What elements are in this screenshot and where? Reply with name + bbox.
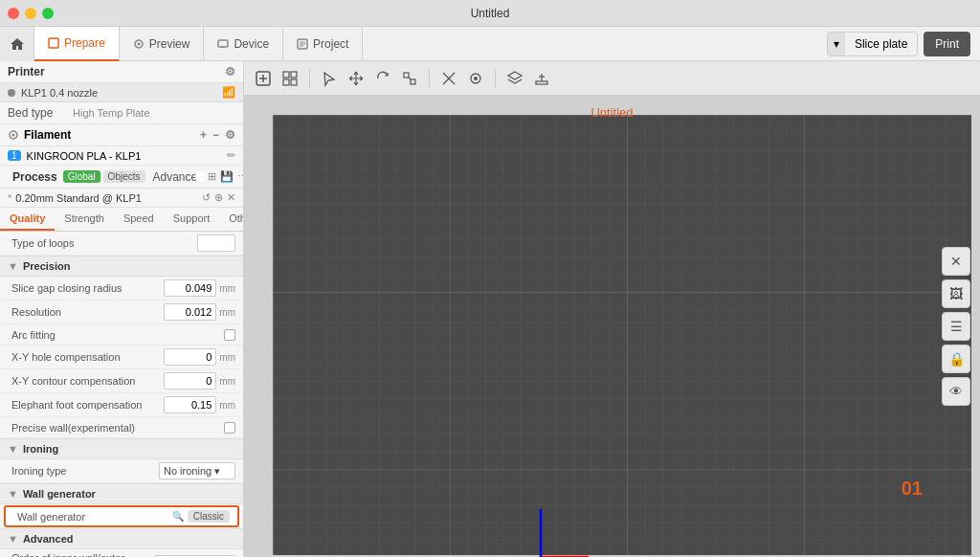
profile-refresh-icon[interactable]: ↺ [202,191,211,204]
tag-global[interactable]: Global [63,170,100,183]
toolbar-move-icon[interactable] [345,67,368,90]
printer-label: Printer [8,65,45,78]
toolbar-sep-1 [309,69,310,88]
wall-generator-row[interactable]: Wall generator 🔍 Classic [4,505,239,527]
toolbar-paint-icon[interactable] [464,67,487,90]
svg-marker-26 [508,72,522,79]
close-button[interactable] [8,8,19,19]
nozzle-row[interactable]: KLP1 0.4 nozzle 📶 [0,83,243,102]
ironing-collapse-icon[interactable]: ▼ [8,443,18,455]
xy-contour-label: X-Y contour compensation [11,375,164,387]
slice-gap-input[interactable] [164,279,216,297]
ironing-group-label: Ironing [23,443,58,455]
wall-gen-name-label: Wall generator [17,511,172,523]
ironing-type-label: Ironing type [11,465,159,477]
tab-preview[interactable]: Preview [120,27,205,61]
sidebar-eye-icon[interactable]: 👁 [942,377,970,406]
print-button[interactable]: Print [924,32,970,56]
slice-plate-button[interactable]: ▾ Slice plate [827,32,918,56]
slice-arrow-icon[interactable]: ▾ [828,33,845,56]
svg-rect-3 [218,40,228,47]
svg-point-25 [474,77,478,80]
settings-tabs: Quality Strength Speed Support Others [0,208,243,232]
ironing-type-dropdown[interactable]: No ironing ▾ [159,462,235,479]
printer-gear-icon[interactable]: ⚙ [225,65,235,78]
process-compare-icon[interactable]: ⊞ [208,170,216,183]
slice-plate-label: Slice plate [845,37,917,51]
process-more-icon[interactable]: ⋯ [237,170,244,183]
tab-preview-label: Preview [149,37,190,51]
left-panel: Printer ⚙ KLP1 0.4 nozzle 📶 Bed type Hig… [0,61,244,557]
toolbar-select-icon[interactable] [318,67,341,90]
slice-gap-unit: mm [219,283,235,294]
type-of-loops-value [197,234,235,252]
toolbar-support-icon[interactable] [530,67,553,90]
wall-gen-group-label: Wall generator [23,488,96,500]
precision-group-label: Precision [23,260,71,272]
tab-device[interactable]: Device [204,27,283,61]
filament-name: KINGROON PLA - KLP1 [27,150,142,162]
tab-strength[interactable]: Strength [55,208,114,231]
toolbar-rotate-icon[interactable] [371,67,394,90]
viewport[interactable]: Untitled 01 ✕ 🖼 ☰ 🔒 👁 [244,96,980,557]
toolbar-add-object-icon[interactable] [252,67,275,90]
tab-quality[interactable]: Quality [0,208,55,231]
filament-add-icon[interactable]: + [200,128,207,142]
filament-remove-icon[interactable]: − [212,128,219,142]
setting-arc-fitting: Arc fitting [0,324,243,345]
filament-item[interactable]: 1 KINGROON PLA - KLP1 ✏ [0,146,243,166]
svg-point-2 [137,42,140,45]
tab-support[interactable]: Support [164,208,220,231]
xy-hole-input[interactable] [164,348,216,366]
project-icon [297,38,308,50]
profile-row[interactable]: * 0.20mm Standard @ KLP1 ↺ ⊕ ✕ [0,189,243,208]
order-inner-wall-label: Order of inner wall/outer wall/infill [11,552,155,557]
profile-copy-icon[interactable]: ⊕ [214,191,223,204]
sidebar-lock-icon[interactable]: 🔒 [942,345,970,373]
toolbar-grid-icon[interactable] [278,67,301,90]
sidebar-close-icon[interactable]: ✕ [942,247,970,276]
maximize-button[interactable] [42,8,54,19]
home-button[interactable] [0,27,34,61]
window-controls [8,8,54,19]
sidebar-image-icon[interactable]: 🖼 [942,279,970,308]
filament-edit-icon[interactable]: ✏ [227,149,235,162]
toolbar-scale-icon[interactable] [398,67,421,90]
xy-hole-unit: mm [219,352,235,363]
bed-type-label: Bed type [8,106,65,120]
xy-contour-input[interactable] [164,372,216,390]
advanced-collapse-icon[interactable]: ▼ [8,533,18,545]
toolbar-layers-icon[interactable] [503,67,526,90]
tab-speed[interactable]: Speed [114,208,164,231]
viewport-title-label: Untitled [590,105,633,120]
toolbar-cut-icon[interactable] [437,67,460,90]
precise-wall-checkbox[interactable] [224,422,235,434]
arc-fitting-checkbox[interactable] [224,329,235,341]
profile-close-icon[interactable]: ✕ [227,191,235,204]
xy-contour-value: mm [164,372,235,390]
nozzle-dot [8,89,15,97]
svg-rect-0 [49,38,58,48]
resolution-value: mm [164,303,235,321]
filament-gear-icon[interactable]: ⚙ [225,128,235,142]
process-right-icons: ⊞ 💾 ⋯ [208,170,244,183]
viewport-num-label: 01 [902,478,923,500]
wall-gen-collapse-icon[interactable]: ▼ [8,488,18,500]
type-of-loops-input[interactable] [197,234,235,252]
elephant-foot-input[interactable] [164,396,216,413]
tag-objects[interactable]: Objects [103,170,145,183]
xy-hole-value: mm [164,348,235,366]
resolution-input[interactable] [164,303,216,321]
advanced-group-header: ▼ Advanced [0,528,243,549]
sidebar-layers-icon[interactable]: ☰ [942,312,970,341]
precision-collapse-icon[interactable]: ▼ [8,260,18,272]
tab-others[interactable]: Others [219,208,244,231]
svg-point-10 [12,134,15,137]
profile-icons: ↺ ⊕ ✕ [202,191,235,204]
process-save-icon[interactable]: 💾 [220,170,234,183]
minimize-button[interactable] [25,8,36,19]
print-label: Print [935,37,959,51]
tab-prepare[interactable]: Prepare [34,27,120,61]
setting-resolution: Resolution mm [0,301,243,324]
tab-project[interactable]: Project [283,27,363,61]
